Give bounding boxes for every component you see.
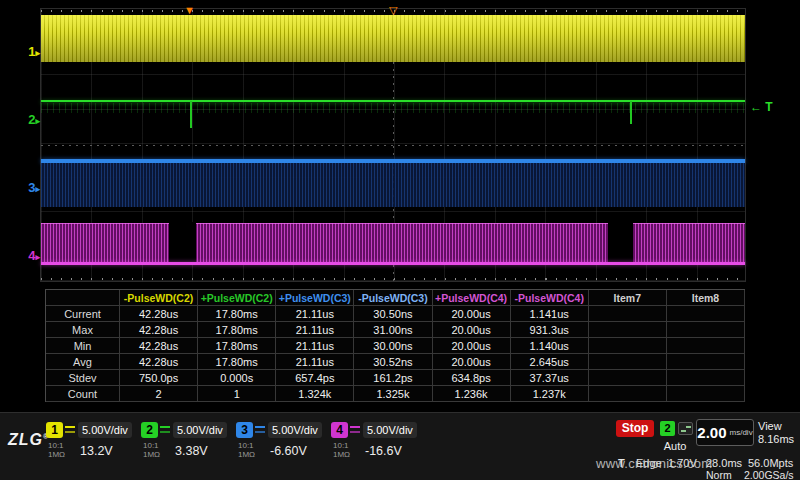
channel1-info[interactable]: 15.00V/div 10:11MΩ 13.2V <box>46 420 140 474</box>
coupling-icon <box>255 424 265 436</box>
memory-depth-value: 56.0Mpts <box>748 457 793 469</box>
channel3-scale[interactable]: 5.00V/div <box>268 422 322 438</box>
oscilloscope-screen: ▼ ▽ 1▸ 2▸ 3▸ 4▸ ← T -PulseWD(C2)+PulseWD… <box>0 0 800 480</box>
measure-value-cell: 17.80ms <box>198 354 276 370</box>
measure-value-cell: 20.00us <box>433 306 511 322</box>
measure-value-cell: 30.00ns <box>354 338 432 354</box>
measure-value-cell: 1.236k <box>433 386 511 402</box>
measure-column-header: Item8 <box>667 290 745 306</box>
channel3-badge[interactable]: 3 <box>236 422 253 438</box>
measure-value-cell: 37.37us <box>511 370 589 386</box>
marker-arrow-icon: ▸ <box>35 48 40 58</box>
measure-column-header: -PulseWD(C3) <box>354 290 432 306</box>
impedance-label: 1MΩ <box>333 450 350 459</box>
measure-value-cell: 1.141us <box>511 306 589 322</box>
coupling-icon <box>160 424 170 436</box>
probe-ratio-label: 10:1 <box>143 441 160 450</box>
measure-column-header: -PulseWD(C4) <box>511 290 589 306</box>
measure-value-cell <box>589 370 667 386</box>
watermark: www.cntronics.com <box>596 456 712 471</box>
ch2-position-marker[interactable]: 2▸ <box>14 113 40 128</box>
ch2-noise <box>41 103 745 113</box>
measure-column-header: +PulseWD(C2) <box>198 290 276 306</box>
measure-value-cell: 42.28us <box>120 354 198 370</box>
measure-value-cell: 1.325k <box>354 386 432 402</box>
measure-value-cell: 1.324k <box>276 386 354 402</box>
measure-value-cell: 657.4ps <box>276 370 354 386</box>
measure-corner-cell <box>46 290 120 306</box>
logo-text: ZLG <box>8 431 43 448</box>
measure-value-cell: 20.00us <box>433 354 511 370</box>
measure-value-cell: 30.50ns <box>354 306 432 322</box>
measure-value-cell: 17.80ms <box>198 322 276 338</box>
measure-column-header: +PulseWD(C3) <box>276 290 354 306</box>
channel2-badge[interactable]: 2 <box>141 422 158 438</box>
ch3-noise-band <box>41 163 745 207</box>
channel1-scale[interactable]: 5.00V/div <box>78 422 132 438</box>
measure-value-cell: 42.28us <box>120 338 198 354</box>
channel3-info[interactable]: 35.00V/div 10:11MΩ -6.60V <box>236 420 330 474</box>
grid-center-horizontal <box>41 145 745 146</box>
ch1-waveform <box>41 15 745 62</box>
measure-value-cell <box>589 306 667 322</box>
run-stop-button[interactable]: Stop <box>616 420 654 437</box>
timebase-value: 2.00 <box>697 424 726 441</box>
channel3-offset: -6.60V <box>270 444 307 458</box>
impedance-label: 1MΩ <box>143 450 160 459</box>
measure-value-cell: 634.8ps <box>433 370 511 386</box>
trigger-source-badge[interactable]: 2 <box>660 421 675 436</box>
channel1-badge[interactable]: 1 <box>46 422 63 438</box>
measure-value-cell <box>667 322 745 338</box>
measure-value-cell: 20.00us <box>433 338 511 354</box>
measurement-table: -PulseWD(C2)+PulseWD(C2)+PulseWD(C3)-Pul… <box>45 289 745 402</box>
measure-value-cell <box>667 354 745 370</box>
trigger-level-marker[interactable]: ← T <box>750 100 773 114</box>
measure-value-cell: 2.645us <box>511 354 589 370</box>
delay-marker-icon[interactable]: ▽ <box>389 5 397 16</box>
marker-arrow-icon: ▸ <box>35 116 40 126</box>
sample-rate-value: 2.00GSa/s <box>744 469 794 480</box>
measure-value-cell: 17.80ms <box>198 338 276 354</box>
ch1-position-marker[interactable]: 1▸ <box>14 45 40 60</box>
ch4-waveform <box>41 223 745 265</box>
trigger-position-icon[interactable]: ▼ <box>184 5 195 16</box>
measure-column-header: -PulseWD(C2) <box>120 290 198 306</box>
measure-column-header: +PulseWD(C4) <box>433 290 511 306</box>
measure-value-cell: 30.52ns <box>354 354 432 370</box>
measure-row-label: Count <box>46 386 120 402</box>
measure-row-label: Current <box>46 306 120 322</box>
measure-value-cell: 0.000s <box>198 370 276 386</box>
measure-value-cell: 931.3us <box>511 322 589 338</box>
channel4-badge[interactable]: 4 <box>331 422 348 438</box>
measure-row-label: Avg <box>46 354 120 370</box>
measure-value-cell <box>589 386 667 402</box>
trigger-mode-label[interactable]: Auto <box>652 440 698 452</box>
bottom-tick-ruler <box>41 278 745 280</box>
measure-value-cell: 21.11us <box>276 322 354 338</box>
channel4-scale[interactable]: 5.00V/div <box>363 422 417 438</box>
waveform-display[interactable]: ▼ ▽ <box>40 8 746 282</box>
impedance-label: 1MΩ <box>48 450 65 459</box>
measure-value-cell <box>667 386 745 402</box>
channel1-offset: 13.2V <box>80 444 113 458</box>
measure-column-header: Item7 <box>589 290 667 306</box>
measure-value-cell: 21.11us <box>276 354 354 370</box>
measure-value-cell <box>667 370 745 386</box>
timebase-control[interactable]: 2.00 ms/div <box>696 419 754 446</box>
channel4-info[interactable]: 45.00V/div 10:11MΩ -16.6V <box>331 420 425 474</box>
coupling-icon <box>350 424 360 436</box>
measure-value-cell <box>589 322 667 338</box>
measure-value-cell: 21.11us <box>276 338 354 354</box>
channel2-scale[interactable]: 5.00V/div <box>173 422 227 438</box>
ch3-position-marker[interactable]: 3▸ <box>14 181 40 196</box>
ch4-position-marker[interactable]: 4▸ <box>14 249 40 264</box>
marker-arrow-icon: ▸ <box>35 184 40 194</box>
measure-value-cell: 21.11us <box>276 306 354 322</box>
ch2-waveform <box>41 100 745 102</box>
coupling-icon <box>65 424 75 436</box>
marker-arrow-icon: ▸ <box>35 252 40 262</box>
measure-value-cell: 1 <box>198 386 276 402</box>
channel2-info[interactable]: 25.00V/div 10:11MΩ 3.38V <box>141 420 235 474</box>
measure-value-cell: 17.80ms <box>198 306 276 322</box>
measure-row-label: Stdev <box>46 370 120 386</box>
